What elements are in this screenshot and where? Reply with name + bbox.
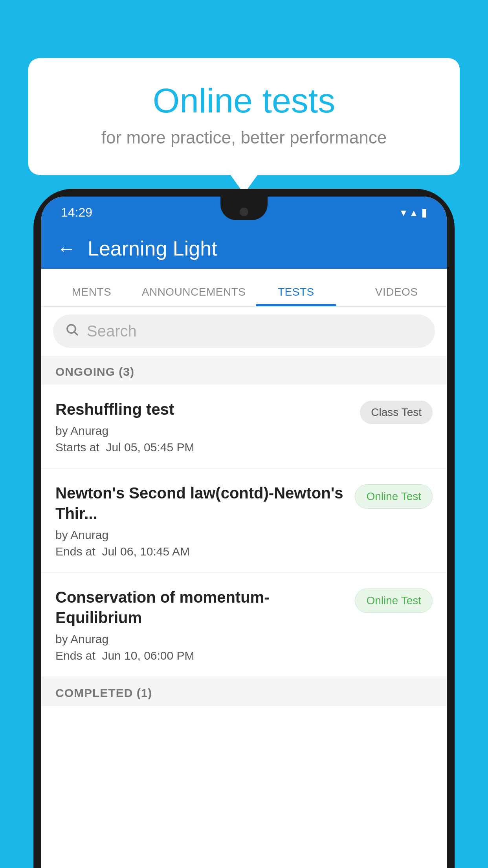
search-icon bbox=[65, 322, 79, 340]
tab-tests[interactable]: TESTS bbox=[246, 286, 346, 306]
test-date-1: Starts at Jul 05, 05:45 PM bbox=[55, 441, 352, 454]
app-title: Learning Light bbox=[88, 237, 217, 260]
status-time: 14:29 bbox=[61, 205, 92, 220]
back-button[interactable]: ← bbox=[57, 238, 76, 259]
wifi-icon: ▾ bbox=[401, 206, 406, 219]
signal-icon: ▴ bbox=[411, 206, 416, 219]
status-bar: 14:29 ▾ ▴ ▮ bbox=[41, 197, 447, 228]
status-icons: ▾ ▴ ▮ bbox=[401, 206, 427, 219]
camera bbox=[240, 208, 248, 216]
test-item-conservation[interactable]: Conservation of momentum-Equilibrium by … bbox=[41, 573, 447, 677]
tab-bar: MENTS ANNOUNCEMENTS TESTS VIDEOS bbox=[41, 269, 447, 307]
search-placeholder: Search bbox=[87, 322, 137, 340]
test-info-3: Conservation of momentum-Equilibrium by … bbox=[55, 587, 347, 662]
phone-frame: 14:29 ▾ ▴ ▮ ← Learning Light MENTS ANNOU… bbox=[33, 189, 455, 868]
speech-bubble: Online tests for more practice, better p… bbox=[28, 58, 460, 175]
test-date-2: Ends at Jul 06, 10:45 AM bbox=[55, 545, 347, 558]
svg-point-0 bbox=[67, 325, 75, 333]
search-container: Search bbox=[41, 307, 447, 356]
battery-icon: ▮ bbox=[421, 206, 427, 219]
tab-announcements[interactable]: ANNOUNCEMENTS bbox=[142, 286, 246, 306]
completed-section-header: COMPLETED (1) bbox=[41, 677, 447, 706]
bubble-subtitle: for more practice, better performance bbox=[60, 128, 428, 147]
test-by-1: by Anurag bbox=[55, 424, 352, 438]
test-date-3: Ends at Jun 10, 06:00 PM bbox=[55, 649, 347, 662]
speech-bubble-container: Online tests for more practice, better p… bbox=[28, 58, 460, 175]
test-item-reshuffling[interactable]: Reshuffling test by Anurag Starts at Jul… bbox=[41, 385, 447, 469]
test-by-2: by Anurag bbox=[55, 528, 347, 542]
test-badge-1: Class Test bbox=[360, 401, 433, 424]
test-badge-3: Online Test bbox=[355, 588, 433, 613]
test-info-2: Newton's Second law(contd)-Newton's Thir… bbox=[55, 483, 347, 558]
tab-videos[interactable]: VIDEOS bbox=[346, 286, 447, 306]
phone-notch bbox=[220, 197, 268, 220]
ongoing-section-header: ONGOING (3) bbox=[41, 356, 447, 385]
test-by-3: by Anurag bbox=[55, 633, 347, 646]
search-bar[interactable]: Search bbox=[53, 314, 435, 348]
test-name-2: Newton's Second law(contd)-Newton's Thir… bbox=[55, 483, 347, 524]
bubble-title: Online tests bbox=[60, 82, 428, 120]
svg-line-1 bbox=[75, 332, 78, 335]
test-badge-2: Online Test bbox=[355, 484, 433, 509]
test-info-1: Reshuffling test by Anurag Starts at Jul… bbox=[55, 399, 352, 454]
content-area: Search ONGOING (3) Reshuffling test by A… bbox=[41, 307, 447, 868]
app-header: ← Learning Light bbox=[41, 228, 447, 269]
test-name-3: Conservation of momentum-Equilibrium bbox=[55, 587, 347, 628]
test-item-newton[interactable]: Newton's Second law(contd)-Newton's Thir… bbox=[41, 469, 447, 573]
phone-screen: 14:29 ▾ ▴ ▮ ← Learning Light MENTS ANNOU… bbox=[41, 197, 447, 868]
tab-ments[interactable]: MENTS bbox=[41, 286, 142, 306]
test-name-1: Reshuffling test bbox=[55, 399, 352, 419]
